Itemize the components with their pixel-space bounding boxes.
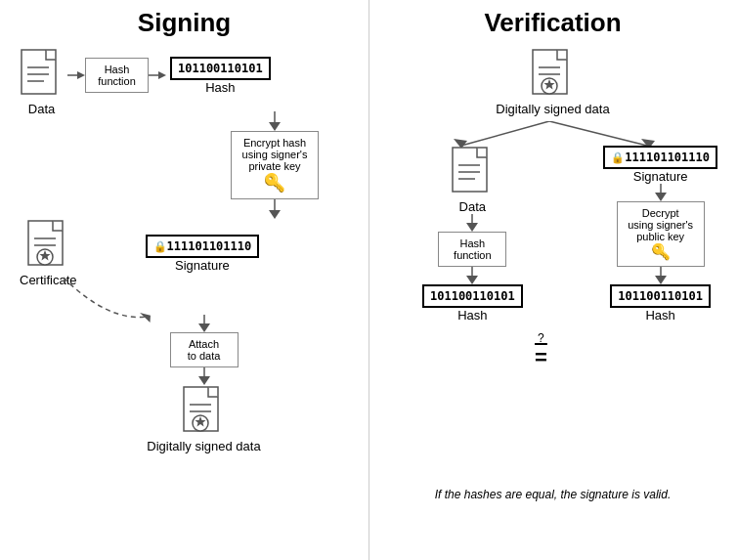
certificate-doc: Certificate xyxy=(20,219,77,287)
footer-text: If the hashes are equal, the signature i… xyxy=(383,488,722,501)
svg-marker-18 xyxy=(198,323,210,332)
verification-hash2-display: 101100110101 xyxy=(610,284,711,308)
signing-final-label: Digitally signed data xyxy=(147,439,260,453)
arrow-down-to-attach xyxy=(195,315,214,332)
svg-marker-40 xyxy=(466,276,478,284)
verification-signed-label: Digitally signed data xyxy=(496,102,609,116)
signing-data-label: Data xyxy=(28,102,55,116)
verification-signed-doc-icon xyxy=(531,48,575,102)
verification-data-icon xyxy=(451,146,495,199)
verification-hash-fn-label: Hashfunction xyxy=(454,237,492,261)
signing-data-doc: Data xyxy=(20,48,64,116)
svg-marker-5 xyxy=(77,71,85,79)
arrow-down-from-encrypt xyxy=(265,199,284,219)
hash-function-box: Hashfunction xyxy=(85,58,149,93)
verification-hash1-label: Hash xyxy=(457,308,487,323)
key-icon-decrypt: 🔑 xyxy=(651,242,671,261)
certificate-icon xyxy=(26,219,70,273)
svg-marker-20 xyxy=(198,376,210,385)
svg-marker-11 xyxy=(269,210,281,219)
hash-function-label: Hashfunction xyxy=(98,64,136,87)
signing-hash-label: Hash xyxy=(205,80,235,95)
svg-marker-42 xyxy=(655,193,667,201)
question-mark: ? xyxy=(535,331,547,345)
arrow-down-from-decrypt xyxy=(651,267,671,284)
arrow-from-hash-fn xyxy=(149,69,166,81)
arrow-to-hash-fn xyxy=(67,69,85,81)
signing-section: Signing Data xyxy=(0,0,369,560)
attach-label: Attachto data xyxy=(188,338,221,362)
verification-section: Verification Digitally signed data xyxy=(369,0,737,560)
equals-comparison: ? = xyxy=(535,331,547,370)
arrow-down-from-attach xyxy=(195,367,214,385)
arrow-down-to-encrypt xyxy=(265,111,284,131)
arrow-down-to-decrypt xyxy=(651,184,671,201)
arrow-down-to-hash-fn xyxy=(462,214,482,232)
key-icon: 🔑 xyxy=(264,172,285,194)
svg-marker-9 xyxy=(269,122,281,131)
equals-sign: = xyxy=(535,345,547,370)
verification-title: Verification xyxy=(383,8,722,38)
signing-hash-display: 101100110101 xyxy=(170,57,271,80)
main-container: Signing Data xyxy=(0,0,738,560)
verification-hash-fn-box: Hashfunction xyxy=(438,232,506,267)
svg-marker-44 xyxy=(655,276,667,284)
signing-title: Signing xyxy=(15,8,354,38)
verification-data-label: Data xyxy=(459,199,486,214)
data-document-icon xyxy=(20,48,64,102)
signing-signature: 🔒111101101110 Signature xyxy=(146,235,260,273)
signing-signature-label: Signature xyxy=(175,258,230,273)
lock-icon-verify: 🔒 xyxy=(611,151,625,164)
svg-line-29 xyxy=(461,121,549,146)
verification-hash2-label: Hash xyxy=(645,308,674,323)
signed-document-icon xyxy=(182,385,226,439)
verification-sig-display: 🔒111101101110 xyxy=(603,146,717,169)
attach-box: Attachto data xyxy=(170,332,239,367)
encrypt-label: Encrypt hashusing signer'sprivate key xyxy=(242,137,308,172)
encrypt-box: Encrypt hashusing signer'sprivate key 🔑 xyxy=(231,131,319,199)
lock-icon-sign: 🔒 xyxy=(153,240,167,253)
decrypt-label: Decryptusing signer'spublic key xyxy=(628,207,693,242)
svg-line-31 xyxy=(549,121,647,146)
verification-hash1-display: 101100110101 xyxy=(422,284,523,308)
decrypt-box: Decryptusing signer'spublic key 🔑 xyxy=(617,201,705,267)
arrow-down-from-hash-fn xyxy=(462,267,482,284)
svg-marker-7 xyxy=(158,71,166,79)
svg-marker-38 xyxy=(466,223,478,232)
signing-signature-display: 🔒111101101110 xyxy=(146,235,260,258)
signing-hash-result: 101100110101 Hash xyxy=(170,57,271,95)
certificate-label: Certificate xyxy=(20,273,77,287)
verification-sig-label: Signature xyxy=(633,169,688,184)
